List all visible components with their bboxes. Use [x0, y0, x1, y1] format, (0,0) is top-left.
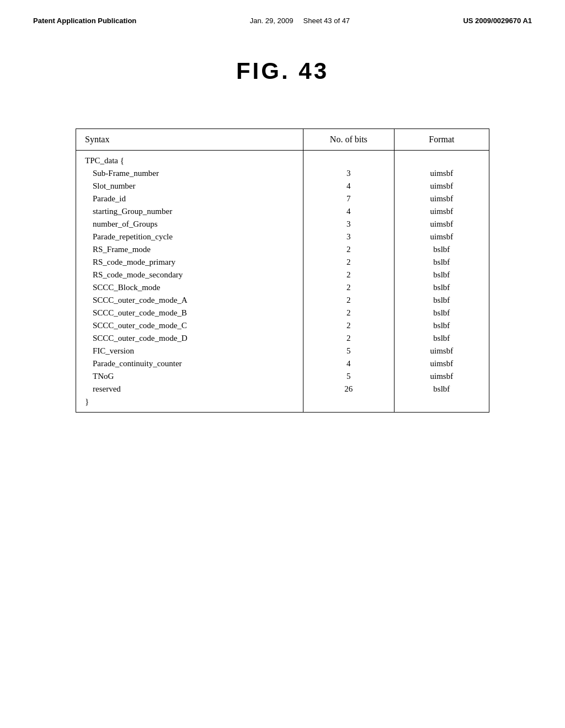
col-header-syntax: Syntax: [76, 129, 303, 151]
syntax-cell: SCCC_outer_code_mode_B: [76, 307, 303, 319]
syntax-table: Syntax No. of bits Format TPC_data {Sub-…: [76, 129, 489, 413]
syntax-cell: RS_Frame_mode: [76, 243, 303, 256]
syntax-cell: RS_code_mode_primary: [76, 256, 303, 269]
figure-title: FIG. 43: [33, 58, 532, 84]
header-date-sheet: Jan. 29, 2009 Sheet 43 of 47: [250, 17, 350, 25]
table-row: RS_code_mode_primary2bslbf: [76, 256, 489, 269]
col-header-bits: No. of bits: [303, 129, 394, 151]
format-cell: [394, 395, 489, 413]
table-row: reserved26bslbf: [76, 383, 489, 395]
syntax-cell: Parade_id: [76, 192, 303, 205]
table-row: SCCC_outer_code_mode_A2bslbf: [76, 294, 489, 307]
table-row: FIC_version5uimsbf: [76, 345, 489, 357]
format-cell: uimsbf: [394, 345, 489, 357]
format-cell: bslbf: [394, 281, 489, 294]
format-cell: uimsbf: [394, 357, 489, 370]
bits-cell: 4: [303, 357, 394, 370]
header-sheet: Sheet 43 of 47: [303, 17, 350, 25]
syntax-cell: TNoG: [76, 370, 303, 383]
bits-cell: 3: [303, 167, 394, 180]
syntax-cell: FIC_version: [76, 345, 303, 357]
table-row: starting_Group_number4uimsbf: [76, 205, 489, 218]
bits-cell: 2: [303, 307, 394, 319]
header-date: Jan. 29, 2009: [250, 17, 294, 25]
format-cell: uimsbf: [394, 231, 489, 243]
table-row: number_of_Groups3uimsbf: [76, 218, 489, 231]
bits-cell: 2: [303, 294, 394, 307]
format-cell: uimsbf: [394, 167, 489, 180]
bits-cell: [303, 395, 394, 413]
syntax-cell: SCCC_outer_code_mode_A: [76, 294, 303, 307]
bits-cell: 3: [303, 218, 394, 231]
table-row: Sub-Frame_number3uimsbf: [76, 167, 489, 180]
format-cell: bslbf: [394, 307, 489, 319]
bits-cell: 5: [303, 345, 394, 357]
syntax-cell: Sub-Frame_number: [76, 167, 303, 180]
format-cell: bslbf: [394, 256, 489, 269]
bits-cell: 2: [303, 332, 394, 345]
table-row: SCCC_outer_code_mode_B2bslbf: [76, 307, 489, 319]
format-cell: bslbf: [394, 243, 489, 256]
bits-cell: 3: [303, 231, 394, 243]
table-row: SCCC_Block_mode2bslbf: [76, 281, 489, 294]
format-cell: uimsbf: [394, 218, 489, 231]
table-row: SCCC_outer_code_mode_C2bslbf: [76, 319, 489, 332]
bits-cell: 4: [303, 205, 394, 218]
table-row: Parade_id7uimsbf: [76, 192, 489, 205]
syntax-cell: RS_code_mode_secondary: [76, 269, 303, 281]
table-row: RS_code_mode_secondary2bslbf: [76, 269, 489, 281]
bits-cell: 2: [303, 243, 394, 256]
syntax-cell: Parade_repetition_cycle: [76, 231, 303, 243]
page: Patent Application Publication Jan. 29, …: [0, 0, 565, 728]
format-cell: uimsbf: [394, 205, 489, 218]
syntax-cell: TPC_data {: [76, 151, 303, 168]
syntax-table-container: Syntax No. of bits Format TPC_data {Sub-…: [76, 129, 489, 413]
table-row: TNoG5uimsbf: [76, 370, 489, 383]
bits-cell: 7: [303, 192, 394, 205]
format-cell: bslbf: [394, 383, 489, 395]
bits-cell: 26: [303, 383, 394, 395]
syntax-cell: SCCC_outer_code_mode_C: [76, 319, 303, 332]
table-row: RS_Frame_mode2bslbf: [76, 243, 489, 256]
syntax-cell: Slot_number: [76, 180, 303, 192]
syntax-cell: reserved: [76, 383, 303, 395]
header-patent-number: US 2009/0029670 A1: [463, 17, 532, 25]
format-cell: uimsbf: [394, 180, 489, 192]
table-row: }: [76, 395, 489, 413]
bits-cell: 5: [303, 370, 394, 383]
format-cell: uimsbf: [394, 192, 489, 205]
table-row: SCCC_outer_code_mode_D2bslbf: [76, 332, 489, 345]
header-publication-label: Patent Application Publication: [33, 17, 136, 25]
format-cell: uimsbf: [394, 370, 489, 383]
syntax-cell: starting_Group_number: [76, 205, 303, 218]
syntax-cell: SCCC_Block_mode: [76, 281, 303, 294]
format-cell: [394, 151, 489, 168]
page-header: Patent Application Publication Jan. 29, …: [33, 17, 532, 25]
bits-cell: 2: [303, 269, 394, 281]
syntax-cell: number_of_Groups: [76, 218, 303, 231]
syntax-cell: Parade_continuity_counter: [76, 357, 303, 370]
table-row: TPC_data {: [76, 151, 489, 168]
table-row: Parade_continuity_counter4uimsbf: [76, 357, 489, 370]
table-row: Slot_number4uimsbf: [76, 180, 489, 192]
bits-cell: 2: [303, 256, 394, 269]
format-cell: bslbf: [394, 319, 489, 332]
format-cell: bslbf: [394, 294, 489, 307]
format-cell: bslbf: [394, 269, 489, 281]
bits-cell: 4: [303, 180, 394, 192]
table-row: Parade_repetition_cycle3uimsbf: [76, 231, 489, 243]
syntax-cell: SCCC_outer_code_mode_D: [76, 332, 303, 345]
syntax-cell: }: [76, 395, 303, 413]
bits-cell: 2: [303, 281, 394, 294]
format-cell: bslbf: [394, 332, 489, 345]
bits-cell: 2: [303, 319, 394, 332]
col-header-format: Format: [394, 129, 489, 151]
bits-cell: [303, 151, 394, 168]
